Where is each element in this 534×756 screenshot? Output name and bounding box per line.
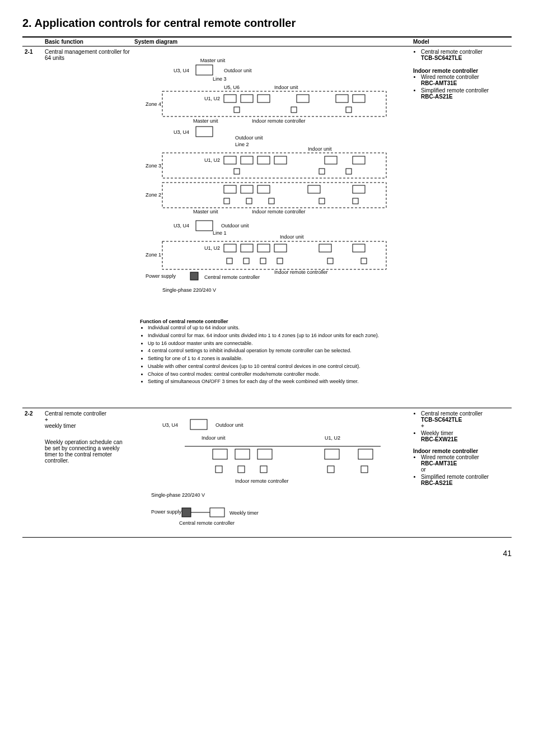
svg-rect-97 <box>210 508 224 517</box>
svg-text:Central
remote controller: Central remote controller <box>204 274 260 280</box>
svg-text:Indoor remote controller: Indoor remote controller <box>252 209 306 214</box>
svg-rect-15 <box>353 95 365 102</box>
list-item: Simplified remote controller RBC-AS21E <box>421 87 509 100</box>
list-item: Central remote controller TCB-SC642TLE + <box>421 410 509 429</box>
list-item: Weekly timer RBC-EXW21E <box>421 430 509 442</box>
svg-rect-13 <box>297 95 309 102</box>
svg-rect-34 <box>353 156 365 164</box>
svg-rect-89 <box>238 466 245 473</box>
svg-rect-40 <box>224 185 236 193</box>
svg-rect-61 <box>241 244 253 252</box>
svg-rect-91 <box>327 466 334 473</box>
svg-rect-11 <box>241 95 253 102</box>
svg-text:Indoor unit: Indoor unit <box>308 146 332 152</box>
svg-text:U1, U2: U1, U2 <box>204 245 220 251</box>
svg-rect-43 <box>308 185 320 193</box>
svg-rect-69 <box>277 258 283 264</box>
svg-rect-10 <box>224 95 236 102</box>
zone-diagram: Master unit U3, U4 Outdoor unit Line 3 U… <box>140 51 397 309</box>
svg-rect-53 <box>196 221 213 231</box>
basic-function-title: Central remote controller + weekly timer <box>45 410 130 429</box>
svg-rect-66 <box>227 258 232 264</box>
svg-text:U1, U2: U1, U2 <box>204 96 220 101</box>
svg-rect-22 <box>196 127 213 137</box>
svg-rect-12 <box>257 95 270 102</box>
list-item: Setting for one of 1 to 4 zones is avail… <box>148 356 403 362</box>
svg-text:Zone 4: Zone 4 <box>146 101 161 107</box>
svg-text:U1, U2: U1, U2 <box>204 157 220 163</box>
svg-rect-32 <box>274 156 287 164</box>
svg-rect-48 <box>319 198 325 204</box>
model-cell: Central remote controller TCB-SC642TLE +… <box>411 408 512 537</box>
svg-text:U5, U6: U5, U6 <box>224 85 240 90</box>
controls-table: Basic function System diagram Model 2-1 … <box>22 36 512 538</box>
col-model-header: Model <box>411 37 512 46</box>
svg-rect-49 <box>353 198 358 204</box>
table-header-row: Basic function System diagram Model <box>22 37 512 46</box>
list-item: Choice of two control modes: central con… <box>148 371 403 378</box>
svg-text:Indoor unit: Indoor unit <box>274 85 298 90</box>
svg-text:U3, U4: U3, U4 <box>174 68 189 73</box>
basic-function-cell: Central remote controller + weekly timer… <box>43 408 132 537</box>
svg-text:Master
unit: Master unit <box>193 118 218 124</box>
svg-rect-70 <box>327 258 333 264</box>
svg-rect-42 <box>257 185 270 193</box>
list-item: 4 central control settings to inhibit in… <box>148 348 403 354</box>
col-diagram-header: System diagram <box>132 37 411 46</box>
svg-text:U1, U2: U1, U2 <box>325 435 340 441</box>
row-number: 2-2 <box>22 408 43 537</box>
svg-rect-71 <box>361 258 367 264</box>
svg-text:Master
unit: Master unit <box>193 209 218 214</box>
svg-rect-78 <box>190 419 207 430</box>
svg-rect-87 <box>358 449 373 459</box>
svg-rect-68 <box>260 258 266 264</box>
svg-text:Line 1: Line 1 <box>213 230 227 236</box>
svg-text:Power
supply: Power supply <box>151 509 182 515</box>
svg-rect-64 <box>319 244 331 252</box>
svg-text:Zone 3: Zone 3 <box>146 163 161 169</box>
svg-text:Single-phase
220/240 V: Single-phase 220/240 V <box>151 492 205 498</box>
weekly-timer-diagram: U3, U4 Outdoor unit Indoor unit U1, U2 <box>140 413 397 530</box>
svg-rect-85 <box>257 449 272 459</box>
svg-rect-45 <box>224 198 229 204</box>
svg-rect-67 <box>243 258 249 264</box>
svg-text:Outdoor unit: Outdoor unit <box>235 135 263 141</box>
col-basic-header: Basic function <box>43 37 132 46</box>
svg-rect-2 <box>196 65 213 75</box>
svg-rect-41 <box>241 185 253 193</box>
function-heading: Function of central remote controller <box>140 319 403 325</box>
row-number: 2-1 <box>22 46 43 408</box>
svg-rect-30 <box>241 156 253 164</box>
svg-rect-14 <box>336 95 348 102</box>
list-item: Wired remote controller RBC-AMT31E <box>421 74 509 86</box>
svg-rect-83 <box>213 449 227 459</box>
svg-text:U3, U4: U3, U4 <box>174 129 189 135</box>
svg-text:Line 3: Line 3 <box>213 76 227 82</box>
svg-rect-88 <box>216 466 222 473</box>
svg-rect-86 <box>325 449 339 459</box>
svg-rect-92 <box>361 466 368 473</box>
svg-text:U3, U4: U3, U4 <box>174 223 189 228</box>
svg-text:Indoor remote controller: Indoor remote controller <box>274 269 328 275</box>
svg-rect-37 <box>346 169 352 174</box>
svg-rect-96 <box>182 508 191 517</box>
svg-rect-73 <box>190 272 198 280</box>
list-item: Individual control for max. 64 indoor un… <box>148 333 403 339</box>
svg-text:Central
remote controller: Central remote controller <box>179 520 235 526</box>
table-row: 2-1 Central management controller for 64… <box>22 46 512 408</box>
model-cell: Central remote controller TCB-SC642TLE I… <box>411 46 512 408</box>
function-list: Individual control of up to 64 indoor un… <box>140 325 403 385</box>
svg-text:Indoor remote controller: Indoor remote controller <box>235 478 289 484</box>
svg-text:Master
unit: Master unit <box>200 58 226 63</box>
basic-function-cell: Central management controller for 64 uni… <box>43 46 132 408</box>
svg-text:U3, U4: U3, U4 <box>162 422 178 428</box>
svg-text:Indoor remote controller: Indoor remote controller <box>252 118 306 124</box>
list-item: Up to 16 outdoor master units are connec… <box>148 340 403 347</box>
svg-rect-65 <box>353 244 365 252</box>
svg-rect-46 <box>246 198 252 204</box>
svg-rect-35 <box>234 169 240 174</box>
page-title: 2. Application controls for central remo… <box>22 17 512 30</box>
svg-text:Zone 1: Zone 1 <box>146 252 161 258</box>
model-subheading: Indoor remote controller <box>413 448 509 454</box>
svg-text:Outdoor unit: Outdoor unit <box>216 422 243 428</box>
